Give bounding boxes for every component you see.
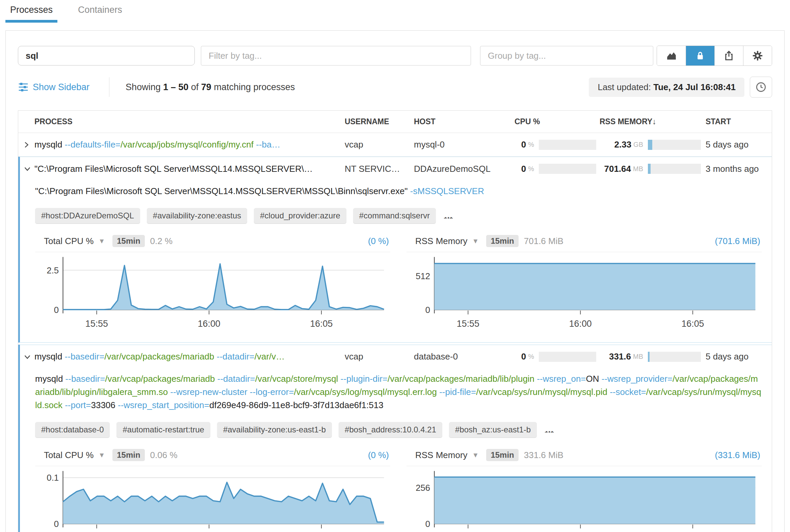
current-value: 0.06 % — [150, 450, 177, 460]
svg-text:15:55: 15:55 — [457, 319, 479, 329]
table-header-row: PROCESS USERNAME HOST CPU % RSS MEMORY↓ … — [18, 111, 772, 133]
host-cell: database-0 — [414, 352, 512, 362]
top-tab-bar: Processes Containers — [0, 0, 790, 31]
memory-chart-panel: RSS Memory ▼ 15min 701.6 MiB (701.6 MiB)… — [407, 235, 761, 334]
showing-summary: Showing 1 – 50 of 79 matching processes — [126, 82, 295, 93]
memory-chart-panel: RSS Memory ▼ 15min 331.6 MiB (331.6 MiB)… — [407, 449, 761, 532]
svg-text:256: 256 — [416, 483, 430, 493]
metric-selector[interactable]: Total CPU % — [44, 450, 94, 460]
svg-text:16:00: 16:00 — [198, 319, 221, 329]
rss-cell: 701.64MB — [600, 164, 704, 174]
value-link[interactable]: (0 %) — [368, 450, 389, 460]
more-tags-link[interactable]: … — [545, 427, 554, 433]
tag-pill[interactable]: #automatic-restart:true — [116, 422, 210, 437]
tag-pill[interactable]: #cloud_provider:azure — [254, 208, 346, 224]
more-tags-link[interactable]: … — [444, 213, 453, 219]
share-button[interactable] — [714, 46, 743, 65]
process-row-mysqld-database-0[interactable]: mysqld --basedir=/var/vcap/packages/mari… — [20, 345, 772, 368]
cpu-cell: 0% — [512, 352, 600, 362]
showing-range: 1 – 50 — [163, 82, 188, 92]
cpu-bar — [539, 352, 596, 362]
filter-by-tag-input[interactable] — [201, 46, 471, 65]
tag-list: #host:database-0#automatic-restart:true#… — [35, 422, 761, 437]
column-header-rss[interactable]: RSS MEMORY↓ — [600, 117, 704, 126]
process-detail: "C:\Program Files\Microsoft SQL Server\M… — [20, 180, 772, 342]
lock-view-button[interactable] — [686, 46, 714, 65]
cpu-cell: 0% — [512, 164, 600, 174]
settings-button[interactable] — [743, 46, 772, 65]
toolbar — [18, 45, 772, 66]
rss-cell: 2.33GB — [600, 139, 704, 150]
tag-pill[interactable]: #host:DDAzureDemoSQL — [35, 208, 140, 224]
show-sidebar-button[interactable]: Show Sidebar — [18, 82, 90, 93]
chart-view-button[interactable] — [657, 46, 686, 65]
tag-list: #host:DDAzureDemoSQL#availability-zone:e… — [35, 208, 761, 224]
tab-processes[interactable]: Processes — [10, 5, 53, 23]
tag-pill[interactable]: #bosh_address:10.0.4.21 — [339, 422, 442, 437]
show-sidebar-label: Show Sidebar — [33, 82, 90, 93]
share-icon — [723, 50, 735, 61]
collapse-chevron-down-icon[interactable] — [20, 353, 34, 361]
tag-pill[interactable]: #bosh_az:us-east1-b — [449, 422, 537, 437]
chevron-down-icon: ▼ — [472, 237, 479, 245]
cpu-cell: 0% — [512, 139, 600, 150]
expand-chevron-right-icon[interactable] — [18, 141, 34, 149]
processes-card: Show Sidebar Showing 1 – 50 of 79 matchi… — [5, 31, 785, 532]
area-chart-icon — [666, 50, 677, 61]
metric-selector[interactable]: RSS Memory — [415, 236, 468, 246]
metric-charts: Total CPU % ▼ 15min 0.06 % (0 %) 0.1015:… — [35, 449, 761, 532]
process-row-mysqld-mysql-0[interactable]: mysqld --defaults-file=/var/vcap/jobs/my… — [18, 133, 772, 157]
metric-selector[interactable]: RSS Memory — [415, 450, 468, 460]
last-updated-time: Tue, 24 Jul 16:08:41 — [653, 82, 736, 92]
tag-pill[interactable]: #availability-zone:us-east1-b — [217, 422, 332, 437]
column-header-start[interactable]: START — [704, 117, 772, 126]
start-cell: 5 days ago — [704, 352, 772, 362]
metric-selector[interactable]: Total CPU % — [44, 236, 94, 246]
svg-text:16:00: 16:00 — [569, 319, 592, 329]
svg-text:0: 0 — [426, 519, 430, 529]
memory-area-chart: 256015:5516:0016:05 — [407, 468, 761, 532]
value-link[interactable]: (331.6 MiB) — [715, 450, 760, 460]
cpu-chart-panel: Total CPU % ▼ 15min 0.2 % (0 %) 2.5015:5… — [35, 235, 390, 334]
column-header-cpu[interactable]: CPU % — [512, 117, 600, 126]
username-cell: vcap — [345, 139, 414, 150]
current-value: 331.6 MiB — [524, 450, 563, 460]
process-command-summary: mysqld --defaults-file=/var/vcap/jobs/my… — [34, 139, 345, 150]
tab-containers[interactable]: Containers — [78, 5, 122, 23]
group-by-tag-input[interactable] — [480, 46, 653, 65]
column-header-username[interactable]: USERNAME — [345, 117, 414, 126]
rss-bar — [648, 352, 701, 362]
rss-bar — [648, 164, 701, 174]
process-detail: mysqld --basedir=/var/vcap/packages/mari… — [20, 368, 772, 532]
search-input[interactable] — [18, 46, 195, 65]
divider — [109, 77, 109, 97]
showing-total: 79 — [201, 82, 211, 92]
svg-text:15:55: 15:55 — [86, 319, 108, 329]
start-cell: 3 months ago — [704, 164, 772, 174]
cpu-area-chart: 2.5015:5516:0016:05 — [35, 254, 390, 334]
svg-text:0: 0 — [54, 519, 59, 529]
process-row-sqlservr[interactable]: "C:\Program Files\Microsoft SQL Server\M… — [20, 157, 772, 180]
process-command-summary: mysqld --basedir=/var/vcap/packages/mari… — [34, 352, 345, 362]
tag-pill[interactable]: #availability-zone:eastus — [147, 208, 247, 224]
tag-pill[interactable]: #host:database-0 — [35, 422, 110, 437]
tag-pill[interactable]: #command:sqlservr — [353, 208, 436, 224]
svg-text:0: 0 — [54, 305, 59, 315]
time-window-badge: 15min — [112, 235, 145, 247]
gear-icon — [752, 50, 763, 61]
svg-text:512: 512 — [416, 271, 430, 281]
svg-text:0: 0 — [426, 305, 430, 315]
refresh-interval-button[interactable] — [750, 77, 772, 98]
collapse-chevron-down-icon[interactable] — [20, 165, 34, 172]
tab-processes-label: Processes — [10, 5, 53, 15]
column-header-host[interactable]: HOST — [414, 117, 512, 126]
column-header-process[interactable]: PROCESS — [34, 117, 345, 126]
svg-text:2.5: 2.5 — [46, 266, 59, 275]
value-link[interactable]: (0 %) — [368, 236, 389, 246]
username-cell: NT SERVIC… — [345, 164, 414, 174]
process-row-sqlservr-expanded: "C:\Program Files\Microsoft SQL Server\M… — [18, 157, 772, 343]
chevron-down-icon: ▼ — [472, 451, 479, 459]
full-command-line: mysqld --basedir=/var/vcap/packages/mari… — [35, 372, 761, 412]
view-options-button-group — [657, 45, 772, 66]
value-link[interactable]: (701.6 MiB) — [715, 236, 760, 246]
